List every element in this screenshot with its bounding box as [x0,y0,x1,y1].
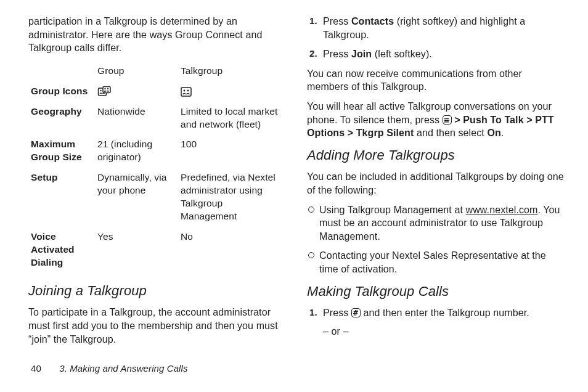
menu-path-item: On [487,128,500,138]
heading-joining: Joining a Talkgroup [28,282,286,300]
cell-text: Limited to local market and network (fle… [181,102,286,135]
row-label-icons: Group Icons [28,81,97,102]
separator-gt: > [348,128,353,138]
adding-bullets: Using Talkgroup Management at www.nextel… [307,203,565,276]
svg-rect-3 [103,86,110,92]
joining-steps: 1. Press Contacts (right softkey) and hi… [307,15,565,61]
cell-text: Nationwide [97,102,181,135]
menu-path-item: Tkgrp Silent [356,128,414,138]
text-run: . [501,128,504,138]
step-item: 1. Press Contacts (right softkey) and hi… [323,15,565,41]
cell-text: 21 (including originator) [97,134,181,168]
group-connect-icon [97,86,111,97]
svg-rect-6 [181,88,191,96]
svg-point-4 [104,88,105,89]
table-row: Maximum Group Size 21 (including origina… [28,134,286,168]
separator-gt: > [454,115,460,125]
chapter-title: 3. Making and Answering Calls [59,363,187,374]
step-number: 2. [309,47,317,60]
column-header-group: Group [97,61,181,81]
cell-talkgroup-icon [181,81,286,102]
cell-group-icon [97,81,181,102]
menu-path-item: Push To Talk [463,115,523,125]
step-item: 1. Press and then enter the Talkgroup nu… [323,306,565,338]
talkgroup-icon [181,87,192,97]
row-label-geography: Geography [28,102,97,135]
or-divider: – or – [323,325,565,338]
heading-making: Making Talkgroup Calls [307,282,565,301]
separator-gt: > [526,115,532,125]
row-label-max-size: Maximum Group Size [28,134,97,168]
step-number: 1. [309,306,317,319]
list-item: Contacting your Nextel Sales Representat… [319,249,565,276]
table-row: Geography Nationwide Limited to local ma… [28,102,286,135]
cell-text: No [181,227,286,273]
making-steps: 1. Press and then enter the Talkgroup nu… [307,306,565,338]
text-run: and then select [414,128,487,138]
two-column-body: participation in a Talkgroup is determin… [28,15,565,351]
svg-point-7 [184,89,186,91]
step-text: Press [323,308,351,318]
menu-key-icon [443,115,452,125]
link-nextel[interactable]: www.nextel.com [466,205,538,215]
step-text: Press [323,16,351,27]
column-header-talkgroup: Talkgroup [181,61,286,81]
row-label-setup: Setup [28,168,97,227]
text-run: Using Talkgroup Management at [319,205,466,215]
table-row: Group Icons [28,81,286,102]
cell-text: Predefined, via Nextel administrator usi… [181,168,286,227]
page-number: 40 [31,362,57,375]
cell-text: Dynamically, via your phone [97,168,181,227]
svg-point-8 [187,89,189,91]
row-label-vad: Voice Activated Dialing [28,227,97,273]
step-number: 1. [309,15,317,27]
document-page: participation in a Talkgroup is determin… [0,0,588,385]
joining-body: To participate in a Talkgroup, the accou… [28,306,286,346]
svg-point-1 [100,89,101,91]
step-text: and then enter the Talkgroup number. [361,308,529,318]
table-header-row: Group Talkgroup [28,61,286,81]
list-item: Using Talkgroup Management at www.nextel… [319,203,565,243]
silence-paragraph: You will hear all active Talkgroup conve… [307,100,565,140]
table-row: Voice Activated Dialing Yes No [28,227,286,273]
softkey-label: Join [351,49,372,59]
page-footer: 40 3. Making and Answering Calls [28,362,565,375]
adding-intro: You can be included in additional Talkgr… [307,170,565,197]
intro-paragraph: participation in a Talkgroup is determin… [28,15,286,55]
table-row: Setup Dynamically, via your phone Predef… [28,168,286,227]
comparison-table: Group Talkgroup Group Icons [28,61,286,273]
step-item: 2. Press Join (left softkey). [323,47,565,61]
svg-point-5 [107,88,108,89]
heading-adding: Adding More Talkgroups [307,146,565,165]
hash-key-icon [351,308,361,317]
step-text: Press [323,49,351,59]
cell-text: Yes [97,227,181,273]
step-text: (left softkey). [372,49,432,59]
cell-text: 100 [181,134,286,168]
softkey-label: Contacts [351,16,394,27]
after-steps-text: You can now receive communications from … [307,67,565,94]
